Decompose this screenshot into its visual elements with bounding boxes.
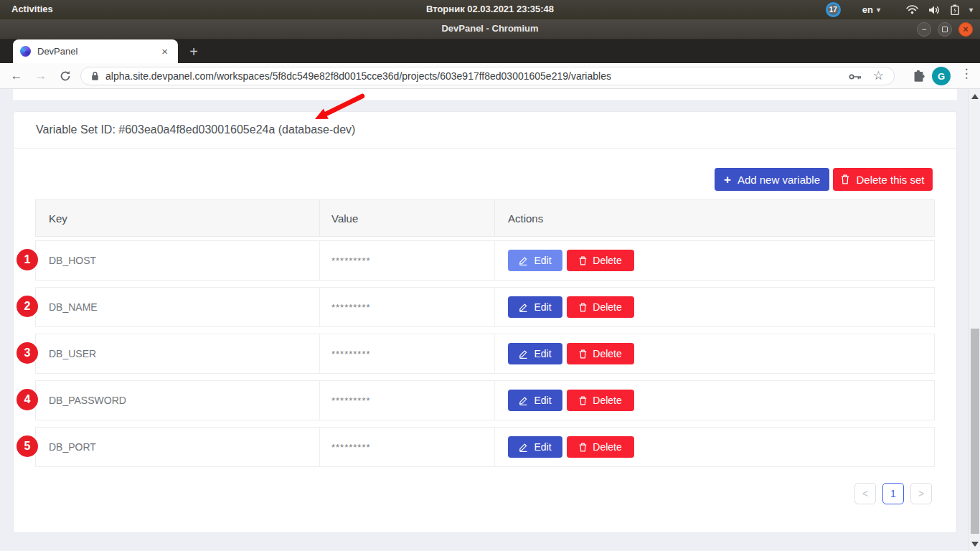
delete-label: Delete: [593, 395, 621, 406]
new-tab-button[interactable]: +: [184, 42, 204, 62]
table-row: DB_USER ********* Edit Delete: [35, 334, 935, 374]
edit-label: Edit: [534, 348, 551, 359]
battery-icon[interactable]: [951, 4, 959, 15]
edit-button[interactable]: Edit: [508, 250, 562, 271]
maximize-button[interactable]: [938, 22, 952, 37]
delete-button[interactable]: Delete: [567, 296, 634, 318]
notification-badge[interactable]: 17: [826, 2, 841, 17]
row-actions: Edit Delete: [495, 250, 634, 271]
forward-button[interactable]: →: [32, 67, 50, 85]
variable-key: DB_USER: [36, 334, 320, 373]
table-row: DB_NAME ********* Edit Delete: [35, 287, 935, 327]
pencil-icon: [519, 255, 528, 265]
delete-label: Delete: [593, 301, 621, 313]
variable-key: DB_HOST: [36, 241, 320, 280]
scrollbar-thumb[interactable]: [971, 329, 979, 534]
window-title: DevPanel - Chromium: [0, 23, 980, 34]
pagination-page-1-button[interactable]: 1: [882, 483, 904, 504]
pagination-prev-button[interactable]: <: [854, 483, 876, 504]
address-bar[interactable]: alpha.site.devpanel.com/workspaces/5f8dc…: [80, 67, 895, 85]
edit-label: Edit: [534, 301, 551, 313]
delete-button[interactable]: Delete: [567, 343, 634, 364]
edit-button[interactable]: Edit: [508, 343, 562, 364]
previous-card-bottom: [13, 89, 957, 101]
table-row: DB_HOST ********* Edit Delete: [35, 240, 935, 281]
password-key-icon[interactable]: [848, 70, 862, 86]
variable-value: *********: [320, 381, 495, 420]
delete-button[interactable]: Delete: [567, 250, 634, 271]
page-content: Variable Set ID: #603ea0a4f8ed03001605e2…: [0, 89, 980, 551]
scroll-down-arrow[interactable]: [971, 542, 979, 547]
delete-button[interactable]: Delete: [567, 390, 634, 411]
browser-toolbar: ← → alpha.site.devpanel.com/workspaces/5…: [0, 63, 980, 89]
wifi-icon[interactable]: [906, 5, 918, 14]
delete-button[interactable]: Delete: [567, 436, 634, 458]
trash-icon: [579, 443, 587, 452]
pagination-next-button[interactable]: >: [910, 483, 932, 504]
row-actions: Edit Delete: [495, 436, 634, 458]
variable-value: *********: [320, 241, 495, 280]
vertical-scrollbar[interactable]: [969, 89, 980, 551]
trash-icon: [579, 349, 587, 359]
trash-icon: [579, 256, 587, 265]
column-header-value: Value: [320, 200, 495, 236]
delete-this-set-label: Delete this set: [856, 174, 924, 186]
window-titlebar[interactable]: DevPanel - Chromium − ×: [0, 19, 980, 39]
table-row: DB_PORT ********* Edit Delete: [35, 427, 935, 467]
row-actions: Edit Delete: [495, 296, 634, 318]
table-row: DB_PASSWORD ********* Edit Delete: [35, 380, 935, 420]
browser-tab-devpanel[interactable]: DevPanel ×: [13, 39, 178, 63]
variables-card: Variable Set ID: #603ea0a4f8ed03001605e2…: [13, 111, 957, 533]
trash-icon: [841, 174, 849, 184]
pencil-icon: [519, 442, 528, 452]
reload-icon: [60, 70, 71, 82]
delete-label: Delete: [593, 348, 621, 359]
close-icon: ×: [963, 24, 968, 34]
tab-close-icon[interactable]: ×: [159, 45, 171, 57]
screen: Activities Вторник 02.03.2021 23:35:48 1…: [0, 0, 980, 551]
language-selector[interactable]: en ▾: [862, 4, 880, 15]
reload-button[interactable]: [56, 67, 75, 85]
delete-label: Delete: [593, 255, 621, 266]
variable-key: DB_NAME: [36, 288, 320, 326]
bookmark-star-icon[interactable]: ☆: [873, 68, 884, 83]
card-header: Variable Set ID: #603ea0a4f8ed03001605e2…: [14, 112, 956, 149]
extensions-puzzle-icon[interactable]: [912, 70, 925, 86]
pencil-icon: [519, 302, 528, 312]
trash-icon: [579, 303, 587, 312]
annotation-number-2: 2: [17, 296, 38, 317]
edit-label: Edit: [534, 255, 551, 266]
variable-value: *********: [320, 288, 495, 326]
variable-value: *********: [320, 428, 495, 466]
minimize-button[interactable]: −: [917, 22, 931, 37]
edit-button[interactable]: Edit: [508, 390, 562, 411]
tab-strip: DevPanel × +: [0, 39, 980, 63]
add-new-variable-label: Add new variable: [738, 174, 820, 186]
system-tray: 17 en ▾ ▾: [826, 0, 973, 19]
annotation-number-5: 5: [17, 435, 38, 457]
variable-set-heading: Variable Set ID: #603ea0a4f8ed03001605e2…: [36, 123, 355, 136]
variable-key: DB_PASSWORD: [36, 381, 320, 420]
tray-caret-icon[interactable]: ▾: [969, 6, 973, 14]
variable-key: DB_PORT: [36, 428, 320, 466]
browser-menu-icon[interactable]: ⋮: [958, 66, 974, 81]
annotation-number-4: 4: [17, 389, 38, 410]
edit-button[interactable]: Edit: [508, 436, 562, 458]
annotation-number-1: 1: [17, 249, 38, 270]
edit-button[interactable]: Edit: [508, 296, 562, 318]
edit-label: Edit: [534, 395, 551, 406]
profile-avatar[interactable]: G: [932, 67, 951, 85]
column-header-actions: Actions: [495, 212, 543, 225]
delete-this-set-button[interactable]: Delete this set: [833, 168, 933, 191]
add-new-variable-button[interactable]: + Add new variable: [715, 168, 829, 191]
url-text: alpha.site.devpanel.com/workspaces/5f8dc…: [105, 70, 611, 82]
card-actions: + Add new variable Delete this set: [715, 168, 933, 191]
lock-icon[interactable]: [91, 71, 99, 81]
back-button[interactable]: ←: [7, 67, 26, 85]
volume-icon[interactable]: [928, 5, 941, 15]
scroll-up-arrow[interactable]: [971, 94, 979, 99]
tab-title: DevPanel: [37, 46, 159, 57]
edit-label: Edit: [534, 441, 551, 453]
row-actions: Edit Delete: [495, 343, 634, 364]
close-button[interactable]: ×: [958, 22, 973, 37]
